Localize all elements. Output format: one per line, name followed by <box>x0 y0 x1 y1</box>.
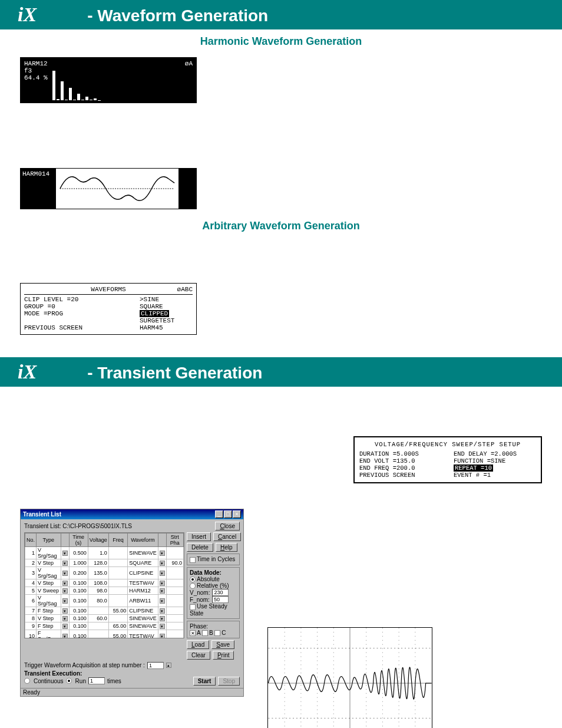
insert-button[interactable]: Insert <box>187 532 211 541</box>
table-row[interactable]: 9F Step▾ 0.10065.00 SINEWAVE▾ <box>25 622 184 630</box>
table-row[interactable]: 5V Sweep▾ 0.10098.0 HARM12▾ <box>25 587 184 595</box>
phase-b-checkbox[interactable] <box>202 630 208 636</box>
ss-checkbox[interactable] <box>190 604 196 610</box>
lcd-waveforms-menu: WAVEFORMS øABC CLIP LEVEL =20 GROUP =0 M… <box>20 283 197 334</box>
trans-p1: The iX Series has a powerful AC/DC trans… <box>20 395 339 423</box>
arb-para-2: Up to 200 user defined waveforms may be … <box>211 242 542 269</box>
sweep-left: DURATION =5.000S END VOLT =135.0 END FRE… <box>359 450 442 479</box>
scope-waveform <box>267 627 432 728</box>
arb-para-1: Arbitrary waveforms may be downloaded th… <box>20 242 197 278</box>
dialog-titlebar[interactable]: Transient List _ □ × <box>21 509 243 519</box>
maximize-icon[interactable]: □ <box>224 510 232 518</box>
vnom-field[interactable]: 230 <box>212 589 229 596</box>
trigger-step-field[interactable]: 1 <box>147 662 164 669</box>
waveforms-phase: øABC <box>177 286 193 293</box>
table-row[interactable]: 4V Step▾ 0.100108.0 TESTWAV▾ <box>25 579 184 587</box>
harm-para-1: For all AC applications, 4 standard wave… <box>211 57 542 103</box>
clear-button[interactable]: Clear <box>187 651 210 660</box>
sweep-title: VOLTAGE/FREQUENCY SWEEP/STEP SETUP <box>359 441 536 448</box>
harm12-bars <box>51 71 180 100</box>
harm-para-2: Waveforms can be viewed in the time or h… <box>211 108 542 126</box>
harm12-phase: øA <box>185 60 193 67</box>
load-button[interactable]: Load <box>187 640 209 649</box>
banner-title-2: - Transient Generation <box>87 364 262 383</box>
harm12-label: HARM12 <box>24 60 48 67</box>
print-button[interactable]: Print <box>213 651 234 660</box>
waveforms-left: CLIP LEVEL =20 GROUP =0 MODE =PROG PREVI… <box>24 296 140 331</box>
table-row[interactable]: 3V Srg/Sag▾ 0.200135.0 CLIPSINE▾ <box>25 567 184 579</box>
trans-p5: Transient list programming is easily acc… <box>267 509 542 536</box>
trans-p3: List transients can be up to 100 steps l… <box>20 459 339 487</box>
trans-p4: The iX Series controller allows 16 setup… <box>353 395 542 431</box>
trans-p6: During transient execution, the iX Serie… <box>267 541 542 569</box>
banner-transient: iX Series - Transient Generation <box>0 357 562 387</box>
status-bar: Ready <box>21 688 243 696</box>
harm-para-3: Harmonic waveforms may be assigned to al… <box>211 131 542 159</box>
trans-p7: A typical complex voltage and frequency … <box>267 573 542 610</box>
harmonic-heading: Harmonic Waveform Generation <box>0 35 562 48</box>
banner-waveform: iX Series - Waveform Generation <box>0 0 562 29</box>
harm014-graph <box>55 168 179 209</box>
arb-heading: Arbitrary Waveform Generation <box>0 220 562 232</box>
table-row[interactable]: 8V Step▾ 0.10060.0 SINEWAVE▾ <box>25 615 184 622</box>
table-row[interactable]: 6V Srg/Sag▾ 0.10080.0 ARBW11▾ <box>25 595 184 607</box>
spinner-up-icon[interactable]: ▴ <box>166 663 171 668</box>
ix-logo: iX <box>18 4 37 26</box>
stop-button[interactable]: Stop <box>218 677 240 686</box>
trans-p2: When combined with the multiphase arbitr… <box>20 427 339 454</box>
close-icon[interactable]: × <box>233 510 241 518</box>
harm014-label: HARM014 <box>20 168 55 209</box>
delete-button[interactable]: Delete <box>187 543 213 552</box>
cancel-button[interactable]: Cancel <box>213 532 241 541</box>
save-button[interactable]: Save <box>211 640 234 649</box>
cycles-checkbox[interactable] <box>190 557 196 563</box>
dialog-title: Transient List <box>23 511 61 518</box>
fnom-field[interactable]: 50 <box>212 596 229 603</box>
table-row[interactable]: 1V Srg/Sag▾ 0.5001.0 SINEWAVE▾ <box>25 547 184 559</box>
rel-radio[interactable] <box>190 583 196 589</box>
continuous-radio[interactable] <box>24 678 30 684</box>
run-count-field[interactable]: 1 <box>88 677 105 684</box>
lcd-harm014: HARM014 <box>20 168 197 209</box>
banner-title: - Waveform Generation <box>87 6 268 25</box>
table-row[interactable]: 2V Step▾ 1.000128.0 SQUARE▾90.0 <box>25 559 184 567</box>
abs-radio[interactable] <box>190 577 196 582</box>
lcd-sweep-setup: VOLTAGE/FREQUENCY SWEEP/STEP SETUP DURAT… <box>353 436 542 483</box>
transient-table[interactable]: No.Type Time (s)VoltageFreq WaveformStrt… <box>24 532 184 638</box>
sweep-right: END DELAY =2.000S FUNCTION =SINE REPEAT … <box>454 450 536 479</box>
lcd-edge <box>179 168 197 209</box>
ix-logo-2: iX <box>18 361 37 383</box>
series-label-2: Series <box>41 365 84 382</box>
run-radio[interactable] <box>66 678 72 684</box>
tlist-path: Transient List: C:\CI-PROGS\5001IX.TLS <box>24 523 132 529</box>
phase-a-checkbox[interactable]: ✕ <box>190 630 196 636</box>
transient-list-dialog: Transient List _ □ × Transient List: C:\… <box>20 509 244 697</box>
table-row[interactable]: 10F Srg/Sag▾ 0.10055.00 TESTWAV▾ <box>25 630 184 639</box>
waveforms-right[interactable]: >SINE SQUARE CLIPPED SURGETEST HARM45 <box>140 296 193 331</box>
lcd-harm12: HARM12 øA f3 64.4 % <box>20 57 197 103</box>
waveforms-title: WAVEFORMS <box>91 286 125 293</box>
close-button[interactable]: Close <box>215 522 240 531</box>
minimize-icon[interactable]: _ <box>215 510 223 518</box>
series-label: Series <box>41 8 84 25</box>
phase-c-checkbox[interactable] <box>214 630 220 636</box>
table-row[interactable]: 7F Step▾ 0.10055.00 CLIPSINE▾ <box>25 607 184 615</box>
arb-para-3: Any waveform, whether user defined or st… <box>211 274 542 311</box>
help-button[interactable]: Help <box>216 543 237 552</box>
start-button[interactable]: Start <box>193 677 216 686</box>
